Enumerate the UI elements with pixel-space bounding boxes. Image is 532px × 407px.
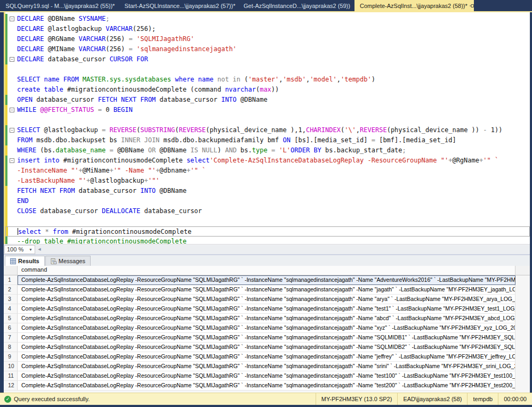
- row-number[interactable]: 11: [4, 371, 18, 381]
- code-line[interactable]: FETCH NEXT FROM database_cursor INTO @DB…: [5, 186, 530, 196]
- scroll-left-icon[interactable]: ◀: [35, 247, 44, 251]
- table-row[interactable]: 7Complete-AzSqlInstanceDatabaseLogReplay…: [4, 333, 530, 343]
- collapse-region-icon[interactable]: -: [10, 128, 14, 133]
- row-number[interactable]: 10: [4, 362, 18, 371]
- table-row[interactable]: 10Complete-AzSqlInstanceDatabaseLogRepla…: [4, 362, 530, 371]
- code-line[interactable]: DECLARE @RGName VARCHAR(256) = 'SQLMIJag…: [5, 34, 530, 44]
- row-number[interactable]: 1: [4, 275, 18, 285]
- code-line[interactable]: OPEN database_cursor FETCH NEXT FROM dat…: [5, 95, 530, 105]
- command-cell[interactable]: Complete-AzSqlInstanceDatabaseLogReplay …: [18, 381, 515, 390]
- code-token: @DBName: [117, 146, 148, 154]
- code-line[interactable]: -DECLARE @DBName SYSNAME;: [5, 14, 530, 24]
- command-cell[interactable]: Complete-AzSqlInstanceDatabaseLogReplay …: [18, 314, 515, 323]
- pin-icon[interactable]: [469, 2, 474, 10]
- code-line[interactable]: -InstanceName "'+@MiName+'" -Name "'+@db…: [5, 166, 530, 176]
- fold-margin: [8, 227, 18, 236]
- tab-get-azsqlinstance[interactable]: Get-AzSqlInstanceD...\jjayaprakas2 (59)): [239, 0, 354, 11]
- command-cell[interactable]: Complete-AzSqlInstanceDatabaseLogReplay …: [18, 362, 515, 371]
- zoom-selector[interactable]: 100 % ▼: [4, 245, 35, 254]
- tab-complete-azsqlinstance[interactable]: Complete-AzSqlInst...\jjayaprakas2 (58))…: [354, 0, 474, 11]
- code-line[interactable]: FROM msdb.dbo.backupset bs INNER JOIN ms…: [5, 135, 530, 145]
- column-header-command[interactable]: command: [18, 266, 515, 275]
- code-token: VARCHAR: [106, 25, 133, 32]
- code-token: msdb.dbo.backupset bs: [36, 136, 121, 144]
- table-row[interactable]: 8Complete-AzSqlInstanceDatabaseLogReplay…: [4, 343, 530, 352]
- row-number[interactable]: 8: [4, 343, 18, 352]
- table-row[interactable]: 12Complete-AzSqlInstanceDatabaseLogRepla…: [4, 381, 530, 390]
- table-row[interactable]: 3Complete-AzSqlInstanceDatabaseLogReplay…: [4, 295, 530, 304]
- tab-messages[interactable]: Messages: [45, 256, 91, 266]
- success-icon: ✓: [4, 396, 11, 403]
- code-token: '" `: [190, 167, 206, 174]
- row-number[interactable]: 6: [4, 323, 18, 333]
- command-cell[interactable]: Complete-AzSqlInstanceDatabaseLogReplay …: [18, 371, 515, 381]
- code-token: ,: [279, 76, 283, 83]
- command-cell[interactable]: Complete-AzSqlInstanceDatabaseLogReplay …: [18, 295, 515, 304]
- code-token: IS NULL: [190, 146, 217, 154]
- row-number[interactable]: 12: [4, 381, 18, 390]
- code-token: #migrationcontinousmodeComplete: [67, 86, 190, 93]
- row-number[interactable]: 4: [4, 304, 18, 314]
- row-number[interactable]: 3: [4, 295, 18, 304]
- command-cell[interactable]: Complete-AzSqlInstanceDatabaseLogReplay …: [18, 343, 515, 352]
- code-line[interactable]: -DECLARE database_cursor CURSOR FOR: [5, 54, 530, 64]
- code-line[interactable]: select * from #migrationcontinousmodeCom…: [5, 226, 530, 237]
- code-token: msdb.dbo.backupmediafamily bmf: [164, 136, 283, 144]
- code-line[interactable]: -WHILE @@FETCH_STATUS = 0 BEGIN: [5, 105, 530, 115]
- row-number[interactable]: 5: [4, 314, 18, 323]
- code-line[interactable]: END: [5, 196, 530, 206]
- tab-sqlquery19[interactable]: SQLQuery19.sql - M...\jjayaprakas2 (55))…: [0, 0, 120, 11]
- command-cell[interactable]: Complete-AzSqlInstanceDatabaseLogReplay …: [18, 352, 515, 362]
- code-line[interactable]: -insert into #migrationcontinousmodeComp…: [5, 156, 530, 166]
- code-text: FROM msdb.dbo.backupset bs INNER JOIN ms…: [17, 135, 530, 145]
- code-line[interactable]: create table #migrationcontinousmodeComp…: [5, 85, 530, 95]
- table-row[interactable]: 2Complete-AzSqlInstanceDatabaseLogReplay…: [4, 285, 530, 295]
- code-token: (command: [190, 86, 225, 93]
- table-row[interactable]: 6Complete-AzSqlInstanceDatabaseLogReplay…: [4, 323, 530, 333]
- row-number[interactable]: 7: [4, 333, 18, 343]
- code-token: *: [45, 228, 53, 235]
- sql-editor[interactable]: -DECLARE @DBName SYSNAME;DECLARE @lastlo…: [4, 12, 530, 244]
- collapse-region-icon[interactable]: -: [10, 158, 14, 163]
- code-line[interactable]: SELECT name FROM MASTER.sys.sysdatabases…: [5, 75, 530, 85]
- code-text: -InstanceName "'+@MiName+'" -Name "'+@db…: [17, 166, 530, 176]
- code-line[interactable]: DECLARE @lastlogbackup VARCHAR(256);: [5, 24, 530, 34]
- tab-results[interactable]: Results: [5, 256, 45, 266]
- table-row[interactable]: 11Complete-AzSqlInstanceDatabaseLogRepla…: [4, 371, 530, 381]
- code-token: '" -Name "': [114, 167, 156, 174]
- row-number[interactable]: 9: [4, 352, 18, 362]
- grid-corner-cell[interactable]: [4, 266, 18, 275]
- table-row[interactable]: 9Complete-AzSqlInstanceDatabaseLogReplay…: [4, 352, 530, 362]
- fold-margin: [7, 24, 17, 34]
- code-line[interactable]: [5, 64, 530, 75]
- code-token: SYSNAME: [79, 15, 106, 22]
- table-row[interactable]: 5Complete-AzSqlInstanceDatabaseLogReplay…: [4, 314, 530, 323]
- command-cell[interactable]: Complete-AzSqlInstanceDatabaseLogReplay …: [18, 323, 515, 333]
- collapse-region-icon[interactable]: -: [10, 17, 14, 21]
- code-token: 'Complete-AzSqlInstanceDatabaseLogReplay…: [209, 157, 448, 164]
- fold-margin: [7, 64, 17, 75]
- command-cell[interactable]: Complete-AzSqlInstanceDatabaseLogReplay …: [18, 275, 515, 285]
- collapse-region-icon[interactable]: -: [10, 57, 14, 62]
- tab-start-azsqlinstance[interactable]: Start-AzSQLInstance...\jjayaprakas2 (57)…: [120, 0, 239, 11]
- table-row[interactable]: 1Complete-AzSqlInstanceDatabaseLogReplay…: [4, 275, 530, 285]
- code-line[interactable]: [5, 115, 530, 125]
- command-cell[interactable]: Complete-AzSqlInstanceDatabaseLogReplay …: [18, 304, 515, 314]
- code-line[interactable]: WHERE (bs.database_name = @DBName OR @DB…: [5, 145, 530, 156]
- collapse-region-icon[interactable]: -: [10, 108, 14, 112]
- row-number[interactable]: 2: [4, 285, 18, 295]
- code-line[interactable]: DECLARE @MIName VARCHAR(256) = 'sqlmanag…: [5, 44, 530, 54]
- code-token: (256): [106, 45, 128, 53]
- command-cell[interactable]: Complete-AzSqlInstanceDatabaseLogReplay …: [18, 285, 515, 295]
- code-line[interactable]: -SELECT @lastlogbackup = REVERSE(SUBSTRI…: [5, 125, 530, 135]
- command-cell[interactable]: Complete-AzSqlInstanceDatabaseLogReplay …: [18, 333, 515, 343]
- code-line[interactable]: --drop table #migrationcontinousmodeComp…: [5, 237, 530, 244]
- code-token: database_name: [55, 146, 109, 154]
- horizontal-scrollbar[interactable]: ◀: [35, 245, 530, 254]
- code-line[interactable]: CLOSE database_cursor DEALLOCATE databas…: [5, 206, 530, 216]
- code-line[interactable]: -LastBackupName "'+@lastlogbackup+'"': [5, 176, 530, 186]
- code-line[interactable]: [5, 216, 530, 226]
- code-token: database_cursor: [79, 187, 141, 194]
- code-text: CLOSE database_cursor DEALLOCATE databas…: [17, 206, 530, 216]
- table-row[interactable]: 4Complete-AzSqlInstanceDatabaseLogReplay…: [4, 304, 530, 314]
